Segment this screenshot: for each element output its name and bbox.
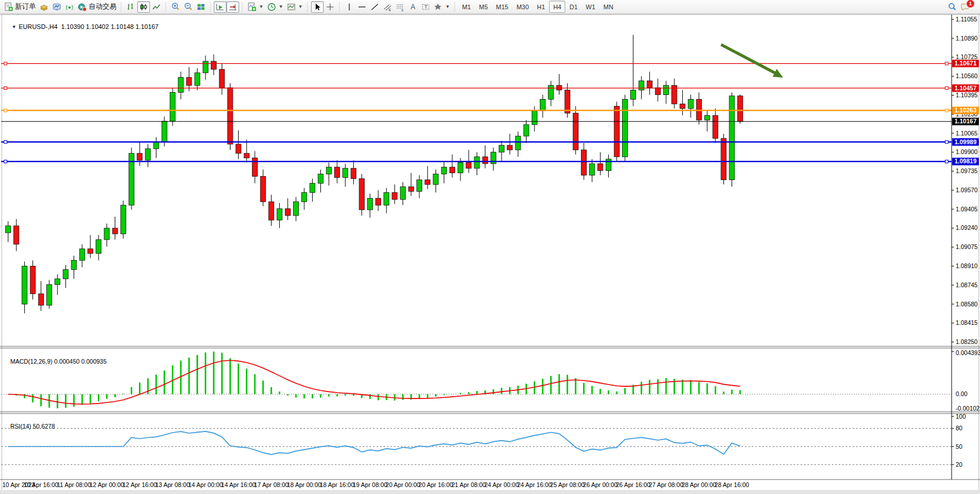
cursor-tool-button[interactable] [311, 1, 324, 13]
chart-symbol-period: EURUSD-,H4 [19, 23, 57, 30]
auto-trading-button[interactable]: 自动交易 [76, 1, 118, 13]
line-chart-mode-button[interactable] [150, 1, 163, 13]
clock-icon [267, 2, 276, 12]
macd-axis-label: -0.001021 [956, 405, 980, 412]
date-axis-label: 12 Apr 16:00 [122, 481, 157, 488]
price-tag-label: 1.09989 [955, 138, 977, 145]
chevron-down-icon: ▼ [445, 4, 450, 9]
bull-candle [343, 169, 348, 178]
periods-button[interactable]: ▼ [265, 1, 285, 13]
price-tick-label: 1.09240 [956, 224, 978, 231]
new-order-button[interactable]: 新订单 [2, 1, 38, 13]
chart-ohlc-values: 1.10390 1.10402 1.10148 1.10167 [61, 23, 159, 30]
price-tick-label: 1.08415 [956, 319, 978, 326]
zoom-in-icon [171, 2, 180, 12]
text-tool-button[interactable]: A [407, 1, 419, 13]
level-handle-marker [4, 109, 7, 112]
bear-candle [335, 167, 340, 178]
search-button[interactable] [946, 1, 959, 13]
crosshair-tool-button[interactable] [324, 1, 337, 13]
price-tag-label: 1.10263 [955, 107, 977, 114]
text-label-tool-button[interactable]: T [419, 1, 432, 13]
bull-candle [153, 142, 159, 149]
chart-canvas[interactable]: 1.110551.108901.107251.105601.103951.102… [0, 0, 980, 494]
indicators-button[interactable]: ▼ [246, 1, 265, 13]
ohlc-bars-icon [126, 2, 136, 12]
bear-candle [573, 113, 578, 150]
signals-button[interactable] [63, 1, 76, 13]
zoom-in-button[interactable] [169, 1, 182, 13]
bear-candle [244, 153, 249, 158]
bear-candle [582, 150, 587, 175]
bar-chart-mode-button[interactable] [125, 1, 137, 13]
tile-windows-button[interactable] [195, 1, 207, 13]
level-handle-marker [945, 160, 948, 163]
bear-candle [30, 266, 35, 294]
collapse-triangle-icon[interactable]: ▼ [12, 24, 16, 30]
auto-trading-icon [78, 2, 87, 12]
auto-scroll-button[interactable] [214, 1, 226, 13]
new-order-icon [4, 2, 13, 12]
timeframe-button-M1[interactable]: M1 [458, 1, 475, 13]
bear-candle [376, 198, 381, 205]
level-handle-marker [4, 141, 7, 144]
timeframe-button-M30[interactable]: M30 [513, 1, 533, 13]
vertical-line-tool-button[interactable] [343, 1, 356, 13]
notifications-button[interactable]: 1 [959, 1, 972, 13]
market-watch-button[interactable] [38, 1, 50, 13]
trendline-tool-button[interactable] [368, 1, 381, 13]
price-tag-label: 1.09819 [955, 158, 977, 164]
bull-candle [6, 226, 11, 233]
chart-shift-button[interactable] [226, 1, 239, 13]
bear-candle [14, 226, 19, 244]
bull-candle [162, 121, 167, 142]
bull-candle [178, 78, 184, 93]
toolbar-grip [306, 2, 309, 12]
bear-candle [680, 104, 685, 108]
level-handle-marker [945, 62, 948, 65]
template-icon [287, 2, 296, 12]
candlestick-mode-button[interactable] [137, 1, 150, 13]
terminal-button[interactable] [50, 1, 63, 13]
candlestick-icon [139, 2, 148, 12]
fibonacci-tool-button[interactable]: F [394, 1, 407, 13]
bear-candle [359, 179, 364, 210]
timeframe-button-MN[interactable]: MN [599, 1, 617, 13]
price-tick-label: 1.08745 [956, 281, 978, 288]
timeframe-button-H4[interactable]: H4 [549, 1, 565, 13]
chart-window: 1.110551.108901.107251.105601.103951.102… [0, 14, 980, 494]
bear-candle [721, 138, 726, 180]
bull-candle [302, 192, 307, 202]
blue-monitor-icon [52, 2, 61, 12]
timeframe-button-W1[interactable]: W1 [582, 1, 599, 13]
bear-candle [737, 96, 743, 121]
horizontal-line-tool-button[interactable] [356, 1, 368, 13]
templates-button[interactable]: ▼ [285, 1, 305, 13]
timeframe-button-D1[interactable]: D1 [565, 1, 582, 13]
main-toolbar: 新订单 自动交易 ▼ ▼ [0, 0, 980, 14]
bear-candle [466, 163, 471, 169]
rsi-indicator-label: RSI(14) 50.6278 [3, 416, 55, 437]
date-axis-label: 25 Apr 08:00 [550, 481, 585, 488]
timeframe-button-H1[interactable]: H1 [533, 1, 549, 13]
date-axis-label: 18 Apr 00:00 [287, 481, 321, 488]
toolbar-grip [209, 2, 212, 12]
chevron-down-icon: ▼ [279, 4, 283, 9]
macd-name: MACD(12,26,9) [10, 358, 53, 365]
channel-tool-button[interactable]: E [381, 1, 394, 13]
vertical-line-icon [345, 2, 354, 12]
timeframe-button-M5[interactable]: M5 [475, 1, 492, 13]
bull-candle [22, 266, 27, 305]
bull-candle [367, 198, 372, 210]
rsi-axis-label: 100 [956, 413, 966, 420]
timeframe-button-M15[interactable]: M15 [492, 1, 512, 13]
gold-book-icon [39, 2, 49, 12]
price-tick-label: 1.09570 [956, 186, 978, 193]
bear-candle [507, 145, 513, 150]
date-axis-label: 26 Apr 00:00 [583, 481, 618, 488]
price-tick-label: 1.09735 [956, 167, 978, 174]
bear-candle [261, 177, 266, 202]
fibonacci-icon: F [396, 2, 405, 12]
arrows-tool-button[interactable]: ▼ [432, 1, 452, 13]
zoom-out-button[interactable] [182, 1, 195, 13]
